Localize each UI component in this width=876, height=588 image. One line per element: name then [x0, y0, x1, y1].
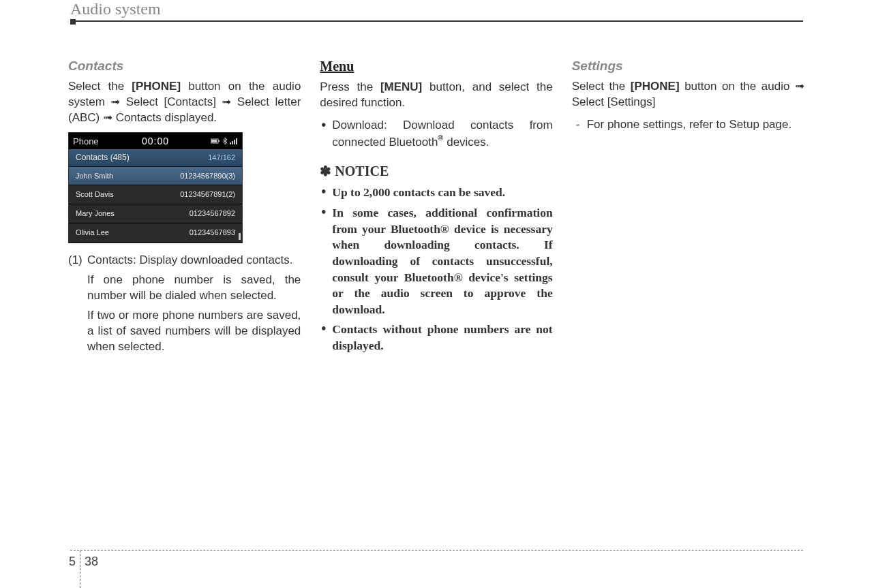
contact-row: Scott Davis 01234567891(2)	[69, 185, 242, 204]
settings-heading: Settings	[572, 57, 804, 75]
svg-rect-4	[232, 141, 233, 144]
contacts-page-indicator: 147/162	[208, 153, 235, 163]
contact-number: 01234567892	[190, 208, 235, 219]
contact-row: Olivia Lee 01234567893	[69, 223, 242, 243]
contact-number: 01234567891(2)	[180, 189, 235, 200]
settings-intro: Select the [PHONE] button on the audio ➟…	[572, 79, 804, 110]
footer-rule	[70, 550, 803, 551]
contact-name: John Smith	[76, 171, 113, 181]
text: Select the	[572, 80, 631, 93]
contacts-count-label: Contacts (485)	[76, 152, 130, 163]
contact-number: 01234567893	[190, 228, 235, 238]
dash-item: For phone settings, refer to Setup page.	[572, 117, 804, 133]
content-columns: Contacts Select the [PHONE] button on th…	[68, 57, 804, 359]
battery-icon	[211, 138, 220, 144]
contacts-heading: Contacts	[68, 57, 301, 75]
chapter-title: Audio system	[70, 0, 161, 18]
phone-screenshot: Phone 00:00 Contacts (485) 147/162	[68, 132, 243, 243]
bluetooth-icon	[222, 138, 228, 144]
text-bold: [PHONE]	[631, 80, 680, 93]
notice-bullet: Up to 2,000 contacts can be saved.	[320, 185, 552, 201]
notice-heading: ✽ NOTICE	[320, 162, 552, 181]
item-text: Contacts: Display downloaded contacts.	[87, 253, 292, 266]
page-section-number: 5	[69, 555, 76, 569]
svg-rect-1	[218, 140, 220, 142]
text-bold: [MENU]	[380, 80, 422, 93]
menu-intro: Press the [MENU] button, and select the …	[320, 80, 552, 111]
item-subtext: If two or more phone numbers are saved, …	[68, 308, 301, 355]
menu-heading: Menu	[320, 57, 552, 76]
phone-topbar: Phone 00:00	[69, 133, 242, 149]
item-subtext: If one phone number is saved, the number…	[68, 273, 301, 304]
footer-vertical-rule	[80, 551, 80, 588]
page-number: 38	[85, 555, 98, 569]
contact-name: Olivia Lee	[76, 228, 109, 238]
svg-rect-2	[211, 140, 217, 142]
numbered-item-1: (1) Contacts: Display downloaded contact…	[68, 253, 301, 268]
text-bold: [PHONE]	[132, 80, 181, 93]
svg-rect-3	[230, 142, 231, 144]
contacts-list-header: Contacts (485) 147/162	[69, 149, 242, 166]
contact-row: John Smith 01234567890(3)	[69, 167, 242, 186]
phone-clock: 00:00	[142, 135, 169, 148]
phone-screen-title: Phone	[73, 136, 99, 148]
contact-number: 01234567890(3)	[180, 171, 235, 181]
svg-rect-5	[234, 140, 235, 144]
notice-bullet: Contacts without phone numbers are not d…	[320, 322, 552, 354]
contact-row: Mary Jones 01234567892	[69, 204, 242, 223]
contacts-intro: Select the [PHONE] button on the audio s…	[68, 79, 301, 126]
contact-name: Scott Davis	[76, 189, 114, 200]
column-settings: Settings Select the [PHONE] button on th…	[572, 57, 804, 359]
text: Select the	[68, 80, 132, 93]
contact-name: Mary Jones	[76, 208, 115, 219]
item-number: (1)	[68, 253, 82, 268]
status-icons	[211, 138, 238, 144]
column-menu: Menu Press the [MENU] button, and select…	[320, 57, 552, 359]
scrollbar-thumb	[239, 233, 241, 240]
notice-bullet: In some cases, additional confirmation f…	[320, 205, 552, 318]
svg-rect-6	[236, 138, 237, 144]
text: Press the	[320, 80, 380, 93]
notice-body: Up to 2,000 contacts can be saved. In so…	[320, 185, 552, 354]
bullet-download: Download: Download contacts from connect…	[320, 118, 552, 151]
header-rule	[70, 20, 803, 22]
signal-icon	[230, 138, 238, 144]
text: devices.	[443, 135, 489, 148]
phone-list-body: John Smith 01234567890(3) Scott Davis 01…	[69, 167, 242, 243]
column-contacts: Contacts Select the [PHONE] button on th…	[68, 57, 301, 359]
